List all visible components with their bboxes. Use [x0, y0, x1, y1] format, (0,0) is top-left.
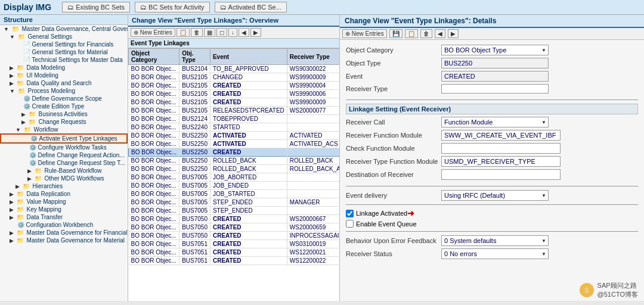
- table-cell: JOB_ENDED: [210, 182, 287, 190]
- destination-input[interactable]: [441, 169, 561, 180]
- tree-data-modeling[interactable]: ▶ 📁 Data Modeling: [0, 64, 128, 71]
- tree-value-mapping[interactable]: ▶ 📁 Value Mapping: [0, 198, 128, 206]
- tree-workflow[interactable]: ▼ 📁 Workflow: [0, 126, 128, 133]
- table-row[interactable]: BO BOR Objec...BUS2104TO_BE_APPROVEDWS90…: [129, 65, 340, 73]
- table-cell: BO BOR Objec...: [129, 82, 179, 90]
- tree-define-change-step[interactable]: ⚙️ Define Change Request Step T...: [0, 159, 128, 167]
- linkage-activated-checkbox[interactable]: [346, 210, 354, 217]
- event-delivery-select-wrapper[interactable]: Using tRFC (Default): [441, 190, 549, 201]
- table-row[interactable]: BO BOR Objec...BUS2124TOBEPPROVED: [129, 115, 340, 123]
- receiver-function-input[interactable]: [441, 130, 561, 141]
- table-row[interactable]: BO BOR Objec...BUS7051CREATEDWS03100019: [129, 240, 340, 248]
- table-row[interactable]: BO BOR Objec...BUS7050CREATEDWS20000659: [129, 223, 340, 232]
- tree-financials[interactable]: 📄 General Settings for Financials: [0, 41, 128, 48]
- tree-activate-event[interactable]: ⚙️ Activate Event Type Linkages: [0, 133, 128, 144]
- tree-other-mdg[interactable]: ▶ 📁 Other MDG Workflows: [0, 175, 128, 182]
- table-row[interactable]: BO BOR Objec...BUS2105CHANGEDWS99900009: [129, 73, 340, 82]
- table-row[interactable]: BO BOR Objec...BUS7050CREATEDWS20000667: [129, 215, 340, 223]
- tree-mdg-financials[interactable]: ▶ 📁 Master Data Governance for Financial…: [0, 229, 128, 236]
- table-row[interactable]: BO BOR Objec...BUS2250ROLLED_BACKROLLED_…: [129, 157, 340, 165]
- tree-data-quality[interactable]: ▶ 📁 Data Quality and Search: [0, 79, 128, 87]
- tree-config-workbench[interactable]: ⚙️ Configuration Workbench: [0, 221, 128, 229]
- expand-arrow: ▶: [10, 207, 14, 213]
- check-function-input[interactable]: [441, 143, 561, 154]
- enable-event-queue-checkbox[interactable]: [346, 220, 354, 228]
- tree-general[interactable]: ▼ 📁 General Settings: [0, 33, 128, 41]
- table-row[interactable]: BO BOR Objec...BUS7005STEP_ENDED: [129, 207, 340, 215]
- nav-next-btn[interactable]: ▶: [448, 29, 459, 38]
- tree-mdg-material[interactable]: ▶ 📁 Master Data Governance for Material: [0, 236, 128, 244]
- tree-define-change-action[interactable]: ⚙️ Define Change Request Action...: [0, 151, 128, 159]
- new-entries-btn-middle[interactable]: ⊕ New Entries: [131, 28, 175, 37]
- nav-left-btn[interactable]: ◀: [239, 28, 249, 37]
- tree-technical[interactable]: 📄 Technical Settings for Master Data: [0, 56, 128, 64]
- table-row[interactable]: BO BOR Objec...BUS7005JOB_ABORTED: [129, 173, 340, 182]
- tree-ui-modeling[interactable]: ▶ 📁 UI Modeling: [0, 71, 128, 79]
- recv-type-function-input[interactable]: [441, 156, 561, 167]
- table-row[interactable]: BO BOR Objec...BUS2105CREATEDWS99900006: [129, 90, 340, 98]
- tree-root[interactable]: ▼ 📁 Master Data Governance, Central Gove…: [0, 25, 128, 33]
- deselect-btn[interactable]: ◻: [216, 28, 227, 37]
- receiver-type-value[interactable]: [441, 84, 549, 94]
- table-cell: BO BOR Objec...: [129, 182, 179, 190]
- table-row[interactable]: BO BOR Objec...BUS2240STARTED: [129, 123, 340, 132]
- save-btn-right[interactable]: 💾: [389, 29, 402, 38]
- copy-btn-right[interactable]: 📋: [405, 29, 418, 38]
- col-recv-type: Receiver Type: [287, 49, 339, 65]
- behavior-error-label: Behavior Upon Error Feedback: [346, 237, 441, 244]
- activated-bc-sets-btn[interactable]: 🗂 Activated BC Se...: [215, 2, 287, 13]
- receiver-call-select-wrapper[interactable]: Function Module: [441, 117, 549, 127]
- receiver-status-select-wrapper[interactable]: 0 No errors: [441, 248, 549, 259]
- table-row[interactable]: BO BOR Objec...BUS2250CREATED: [129, 148, 340, 157]
- behavior-error-select-wrapper[interactable]: 0 System defaults: [441, 235, 549, 246]
- receiver-status-select[interactable]: 0 No errors: [441, 248, 549, 259]
- delete-btn-middle[interactable]: 🗑: [191, 28, 203, 37]
- select-all-btn[interactable]: ▦: [204, 28, 215, 37]
- table-row[interactable]: BO BOR Objec...BUS7051CREATEDWS12200022: [129, 257, 340, 265]
- table-row[interactable]: BO BOR Objec...BUS2250ACTIVATEDACTIVATED: [129, 132, 340, 140]
- nav-right-btn[interactable]: ▶: [250, 28, 261, 37]
- tree-process-modeling[interactable]: ▼ 📁 Process Modeling: [0, 87, 128, 95]
- col-obj-type: Obj. Type: [179, 49, 210, 65]
- existing-bc-sets-btn[interactable]: 🗂 Existing BC Sets: [62, 2, 130, 13]
- delete-btn-right[interactable]: 🗑: [420, 29, 432, 38]
- receiver-call-select[interactable]: Function Module: [441, 117, 549, 127]
- tree-business-activities[interactable]: ▶ 📁 Business Activities: [0, 110, 128, 118]
- tree-material[interactable]: 📄 General Settings for Material: [0, 48, 128, 56]
- table-row[interactable]: BO BOR Objec...BUS2105CREATEDWS99900009: [129, 98, 340, 107]
- folder-icon: 📁: [29, 111, 36, 117]
- table-row[interactable]: BO BOR Objec...BUS2105RELEASEDSTPCREATED…: [129, 107, 340, 115]
- behavior-error-select[interactable]: 0 System defaults: [441, 235, 549, 246]
- tree-create-edition[interactable]: ⚙️ Create Edition Type: [0, 102, 128, 110]
- tree-hierarchies[interactable]: ▶ 📁 Hierarchies: [0, 182, 128, 190]
- table-row[interactable]: BO BOR Objec...BUS7005JOB_STARTED: [129, 190, 340, 198]
- tree-rule-based[interactable]: ▶ 📁 Rule-Based Workflow: [0, 167, 128, 175]
- table-row[interactable]: BO BOR Objec...BUS2105CREATEDWS99900004: [129, 82, 340, 90]
- tree-data-replication[interactable]: ▶ 📁 Data Replication: [0, 190, 128, 198]
- tree-configure-workflow[interactable]: ⚙️ Configure Workflow Tasks: [0, 144, 128, 151]
- tree-change-requests[interactable]: ▶ 📁 Change Requests: [0, 118, 128, 126]
- event-delivery-select[interactable]: Using tRFC (Default): [441, 190, 549, 201]
- tree-data-transfer[interactable]: ▶ 📁 Data Transfer: [0, 213, 128, 221]
- object-category-select[interactable]: BO BOR Object Type: [441, 45, 549, 55]
- tree-define-governance[interactable]: ⚙️ Define Governance Scope: [0, 95, 128, 102]
- destination-row: Destination of Receiver: [346, 169, 638, 180]
- event-linkages-table[interactable]: Event Type Linkages Object Category Obj.…: [128, 39, 339, 301]
- bc-sets-activity-btn[interactable]: 🗂 BC Sets for Activity: [135, 2, 210, 13]
- tree-key-mapping[interactable]: ▶ 📁 Key Mapping: [0, 206, 128, 213]
- nav-prev-btn[interactable]: ◀: [435, 29, 445, 38]
- table-row[interactable]: BO BOR Objec...BUS7050CREATEDINPROCESSAG…: [129, 232, 340, 240]
- table-row[interactable]: BO BOR Objec...BUS7005STEP_ENDEDMANAGER: [129, 198, 340, 207]
- table-row[interactable]: BO BOR Objec...BUS2250ACTIVATEDACTIVATED…: [129, 140, 340, 148]
- table-row[interactable]: BO BOR Objec...BUS7051CREATEDWS12200021: [129, 248, 340, 257]
- export-btn[interactable]: ↓: [228, 28, 237, 37]
- tree-container[interactable]: ▼ 📁 Master Data Governance, Central Gove…: [0, 25, 128, 301]
- table-row[interactable]: BO BOR Objec...BUS2250ROLLED_BACKROLLED_…: [129, 165, 340, 173]
- item-icon: ⚙️: [29, 144, 36, 151]
- copy-btn-middle[interactable]: 📋: [177, 28, 190, 37]
- table-row[interactable]: BO BOR Objec...BUS7005JOB_ENDED: [129, 182, 340, 190]
- folder-icon: 📁: [24, 126, 31, 133]
- object-type-row: Object Type BUS2250: [346, 58, 638, 69]
- new-entries-btn-right[interactable]: ⊕ New Entries: [342, 29, 387, 38]
- object-category-select-wrapper[interactable]: BO BOR Object Type: [441, 45, 549, 55]
